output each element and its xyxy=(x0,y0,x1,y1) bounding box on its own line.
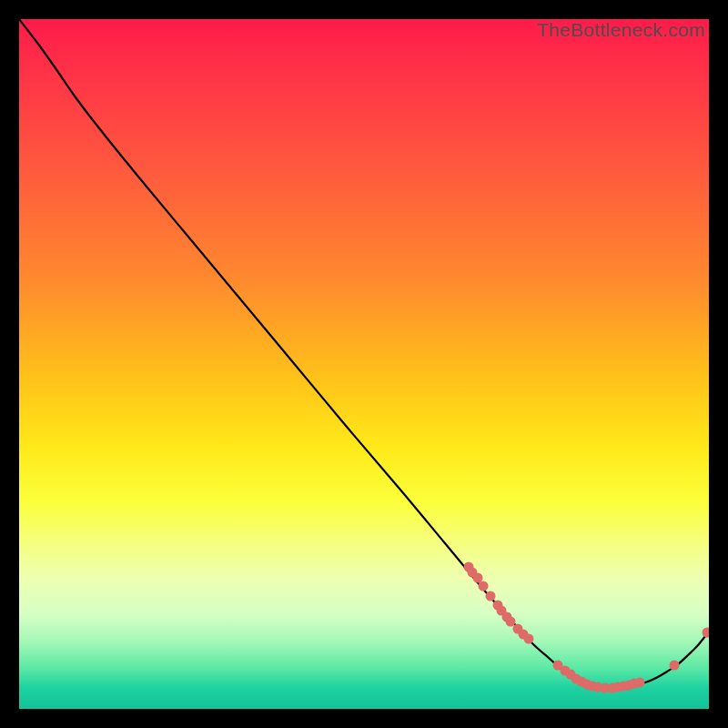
data-point xyxy=(479,581,489,592)
data-point xyxy=(524,634,534,644)
data-point xyxy=(506,617,516,627)
curve-svg xyxy=(19,19,709,709)
data-point xyxy=(635,678,645,688)
scatter-dots xyxy=(464,562,710,693)
chart-stage: TheBottleneck.com xyxy=(0,0,728,728)
plot-area: TheBottleneck.com xyxy=(19,19,709,709)
data-point xyxy=(703,628,710,638)
data-point xyxy=(670,661,680,671)
data-point xyxy=(473,573,483,583)
curve-line xyxy=(19,19,709,688)
data-point xyxy=(486,592,496,602)
